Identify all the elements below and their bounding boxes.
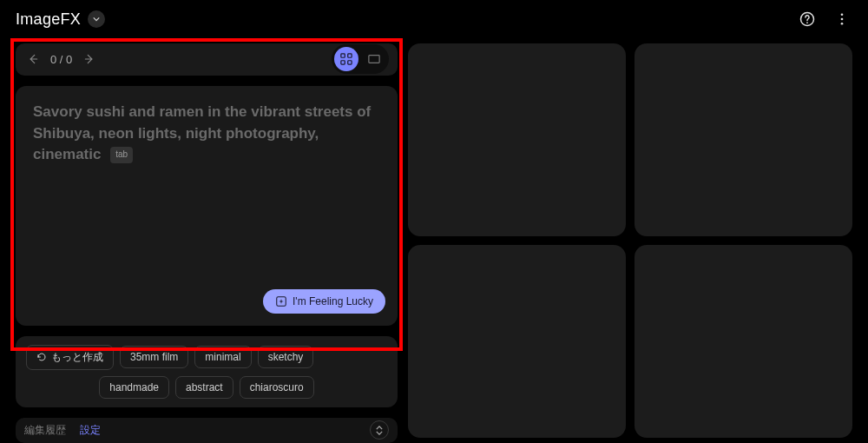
- lucky-label: I'm Feeling Lucky: [293, 295, 373, 307]
- more-vert-icon: [834, 11, 850, 27]
- nav-controls: 0 / 0: [24, 50, 98, 68]
- main-content: 0 / 0 Savory sushi and ramen in the vibr…: [0, 38, 868, 443]
- history-nav-bar: 0 / 0: [16, 43, 398, 76]
- more-menu-button[interactable]: [832, 9, 852, 30]
- result-slot-2[interactable]: [635, 43, 852, 236]
- app-switcher-button[interactable]: [88, 10, 105, 28]
- tab-hint-chip: tab: [110, 147, 133, 163]
- app-title: ImageFX: [16, 10, 81, 29]
- svg-rect-9: [369, 56, 379, 63]
- chevron-up-icon: [376, 426, 383, 430]
- app-header: ImageFX: [0, 0, 868, 38]
- tab-settings[interactable]: 設定: [80, 423, 101, 438]
- bottom-tab-bar: 編集履歴 設定: [16, 418, 398, 443]
- style-chips-panel: もっと作成 35mm film minimal sketchy handmade…: [16, 336, 398, 407]
- feeling-lucky-button[interactable]: I'm Feeling Lucky: [263, 289, 385, 314]
- chip-sketchy[interactable]: sketchy: [258, 346, 314, 368]
- result-slot-3[interactable]: [408, 245, 626, 438]
- result-slot-4[interactable]: [635, 245, 852, 438]
- chip-chiaroscuro[interactable]: chiaroscuro: [240, 376, 314, 399]
- single-icon: [368, 53, 380, 65]
- header-right: [797, 9, 852, 30]
- svg-point-4: [841, 23, 844, 25]
- chips-row-1: もっと作成 35mm film minimal sketchy: [26, 345, 387, 370]
- tabs-left: 編集履歴 設定: [24, 423, 101, 438]
- svg-rect-5: [341, 54, 345, 57]
- chip-35mm[interactable]: 35mm film: [120, 346, 188, 368]
- svg-rect-6: [348, 54, 352, 57]
- left-column: 0 / 0 Savory sushi and ramen in the vibr…: [16, 38, 398, 443]
- svg-rect-7: [341, 61, 345, 64]
- svg-rect-8: [348, 61, 352, 64]
- arrow-right-icon: [83, 53, 95, 65]
- svg-point-1: [806, 22, 808, 23]
- chips-row-2: handmade abstract chiaroscuro: [26, 376, 387, 399]
- prompt-content: Savory sushi and ramen in the vibrant st…: [33, 103, 371, 162]
- result-slot-1[interactable]: [408, 43, 626, 236]
- chip-minimal[interactable]: minimal: [194, 346, 251, 368]
- prev-button[interactable]: [24, 50, 42, 68]
- svg-point-2: [841, 13, 844, 16]
- svg-point-3: [841, 18, 844, 21]
- page-counter: 0 / 0: [50, 53, 72, 66]
- grid-icon: [340, 53, 352, 65]
- single-view-button[interactable]: [362, 47, 386, 71]
- help-button[interactable]: [797, 9, 818, 30]
- more-create-chip[interactable]: もっと作成: [26, 345, 114, 370]
- prompt-text[interactable]: Savory sushi and ramen in the vibrant st…: [33, 102, 380, 166]
- help-icon: [799, 10, 816, 28]
- header-left: ImageFX: [16, 10, 105, 29]
- grid-view-button[interactable]: [334, 47, 358, 71]
- refresh-icon: [36, 352, 47, 362]
- prompt-panel[interactable]: Savory sushi and ramen in the vibrant st…: [16, 86, 398, 326]
- arrow-left-icon: [27, 53, 39, 65]
- view-toggle: [332, 44, 389, 74]
- sparkle-icon: [275, 295, 287, 307]
- tab-history[interactable]: 編集履歴: [24, 423, 66, 438]
- results-grid: [408, 38, 852, 443]
- chip-abstract[interactable]: abstract: [175, 376, 233, 399]
- more-create-label: もっと作成: [51, 350, 103, 365]
- chip-handmade[interactable]: handmade: [99, 376, 169, 399]
- next-button[interactable]: [81, 50, 98, 68]
- chevron-down-icon: [93, 16, 100, 23]
- chevron-down-icon: [376, 431, 383, 435]
- expand-collapse-button[interactable]: [370, 420, 389, 440]
